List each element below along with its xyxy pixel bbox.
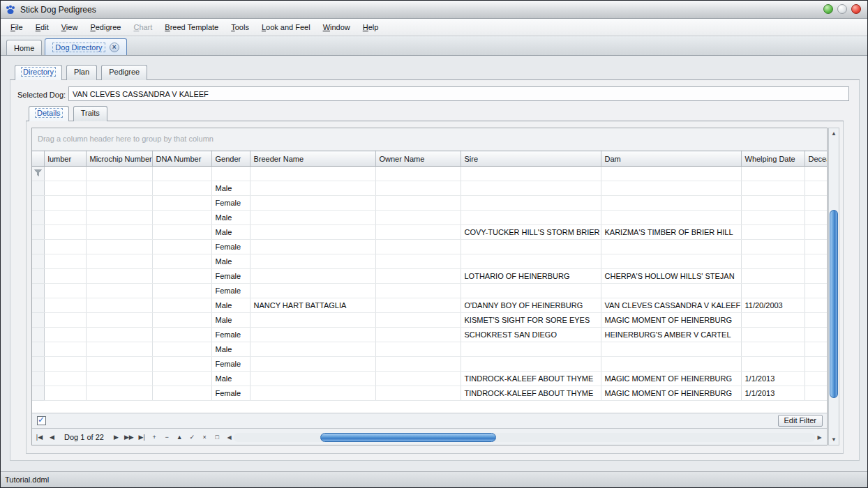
cell-dam[interactable] (601, 240, 741, 254)
tab-traits[interactable]: Traits (73, 106, 107, 121)
cell-microchip[interactable] (86, 211, 152, 225)
cell-number[interactable] (44, 386, 86, 401)
cell-deceased[interactable] (805, 328, 827, 342)
tab-home[interactable]: Home (6, 40, 42, 55)
col-header-dna[interactable]: DNA Number (152, 151, 211, 167)
cell-whelping[interactable] (741, 181, 805, 196)
cell-breeder[interactable] (250, 181, 375, 196)
cell-dna[interactable] (152, 284, 211, 298)
cell-whelping[interactable] (741, 196, 805, 211)
cell-gender[interactable]: Female (211, 357, 250, 372)
cell-dam[interactable]: CHERPA'S HOLLOW HILLS' STEJAN (601, 269, 741, 284)
end-edit-button[interactable]: ✓ (187, 432, 197, 443)
table-row[interactable]: Male (32, 181, 827, 196)
cell-deceased[interactable] (805, 254, 827, 269)
filter-cell-sire[interactable] (461, 167, 601, 181)
cell-microchip[interactable] (86, 254, 152, 269)
cell-dam[interactable]: KARIZMA'S TIMBER OF BRIER HILL (601, 225, 741, 240)
cell-deceased[interactable] (805, 357, 827, 372)
cell-whelping[interactable] (741, 254, 805, 269)
menu-pedigree[interactable]: Pedigree (84, 20, 127, 34)
cell-dam[interactable] (601, 196, 741, 211)
cell-owner[interactable] (375, 284, 461, 298)
cell-whelping[interactable] (741, 313, 805, 328)
cell-breeder[interactable] (250, 372, 375, 386)
cell-deceased[interactable] (805, 298, 827, 313)
cell-sire[interactable] (461, 240, 601, 254)
cell-gender[interactable]: Female (211, 328, 250, 342)
table-row[interactable]: Male (32, 211, 827, 225)
cell-number[interactable] (44, 225, 86, 240)
next-page-button[interactable]: ▶▶ (124, 432, 135, 443)
cell-dam[interactable] (601, 357, 741, 372)
cell-deceased[interactable] (805, 181, 827, 196)
cell-owner[interactable] (375, 181, 461, 196)
cell-microchip[interactable] (86, 240, 152, 254)
cell-dam[interactable]: MAGIC MOMENT OF HEINERBURG (601, 386, 741, 401)
cell-gender[interactable]: Female (211, 284, 250, 298)
cell-breeder[interactable] (250, 211, 375, 225)
tab-plan[interactable]: Plan (66, 65, 97, 80)
cell-gender[interactable]: Male (211, 298, 250, 313)
vertical-scrollbar[interactable]: ▲ ▼ (828, 128, 839, 445)
menu-help[interactable]: Help (357, 20, 385, 34)
cell-breeder[interactable] (250, 284, 375, 298)
menu-edit[interactable]: Edit (29, 20, 55, 34)
cell-dam[interactable] (601, 181, 741, 196)
cell-sire[interactable]: LOTHARIO OF HEINERBURG (461, 269, 601, 284)
cell-owner[interactable] (375, 386, 461, 401)
cell-dam[interactable] (601, 342, 741, 357)
cell-owner[interactable] (375, 240, 461, 254)
table-row[interactable]: Female (32, 357, 827, 372)
cell-number[interactable] (44, 240, 86, 254)
cell-whelping[interactable]: 1/1/2013 (741, 386, 805, 401)
cell-deceased[interactable] (805, 269, 827, 284)
filter-cell-dna[interactable] (152, 167, 211, 181)
close-button[interactable] (851, 4, 861, 14)
cell-gender[interactable]: Male (211, 225, 250, 240)
menu-breed-template[interactable]: Breed Template (158, 20, 225, 34)
cell-breeder[interactable] (250, 313, 375, 328)
table-row[interactable]: MaleTINDROCK-KALEEF ABOUT THYMEMAGIC MOM… (32, 372, 827, 386)
group-by-panel[interactable]: Drag a column header here to group by th… (32, 128, 827, 151)
scroll-right-icon[interactable]: ▶ (815, 434, 824, 441)
menu-window[interactable]: Window (317, 20, 357, 34)
cell-deceased[interactable] (805, 225, 827, 240)
cell-breeder[interactable] (250, 386, 375, 401)
horizontal-scroll-track[interactable] (234, 433, 815, 442)
cell-gender[interactable]: Male (211, 372, 250, 386)
selected-dog-input[interactable] (68, 86, 849, 101)
filter-cell-deceased[interactable] (805, 167, 827, 181)
cell-sire[interactable]: SCHOKREST SAN DIEGO (461, 328, 601, 342)
cell-deceased[interactable] (805, 211, 827, 225)
cancel-edit-button[interactable]: × (200, 432, 210, 443)
edit-filter-button[interactable]: Edit Filter (778, 415, 823, 427)
cell-microchip[interactable] (86, 328, 152, 342)
scroll-left-icon[interactable]: ◀ (225, 434, 234, 441)
filter-cell-dam[interactable] (601, 167, 741, 181)
cell-whelping[interactable] (741, 269, 805, 284)
col-header-gender[interactable]: Gender (211, 151, 250, 167)
cell-microchip[interactable] (86, 225, 152, 240)
cell-owner[interactable] (375, 211, 461, 225)
cell-sire[interactable] (461, 181, 601, 196)
tab-dog-directory[interactable]: Dog Directory × (45, 38, 126, 55)
cell-whelping[interactable] (741, 211, 805, 225)
next-record-button[interactable]: ▶ (111, 432, 121, 443)
filter-cell-gender[interactable] (211, 167, 250, 181)
title-bar[interactable]: Stick Dog Pedigrees (1, 1, 867, 19)
cell-microchip[interactable] (86, 196, 152, 211)
table-row[interactable]: MaleNANCY HART BATTAGLIAO'DANNY BOY OF H… (32, 298, 827, 313)
cell-owner[interactable] (375, 372, 461, 386)
table-row[interactable]: MaleCOVY-TUCKER HILL'S STORM BRIERKARIZM… (32, 225, 827, 240)
cell-gender[interactable]: Female (211, 196, 250, 211)
cell-dna[interactable] (152, 328, 211, 342)
cell-dam[interactable] (601, 254, 741, 269)
cell-dna[interactable] (152, 254, 211, 269)
col-header-microchip[interactable]: Microchip Number (86, 151, 152, 167)
first-record-button[interactable]: |◀ (34, 432, 45, 443)
cell-dam[interactable]: MAGIC MOMENT OF HEINERBURG (601, 313, 741, 328)
cell-sire[interactable] (461, 196, 601, 211)
table-row[interactable]: Female (32, 284, 827, 298)
cell-dam[interactable] (601, 211, 741, 225)
